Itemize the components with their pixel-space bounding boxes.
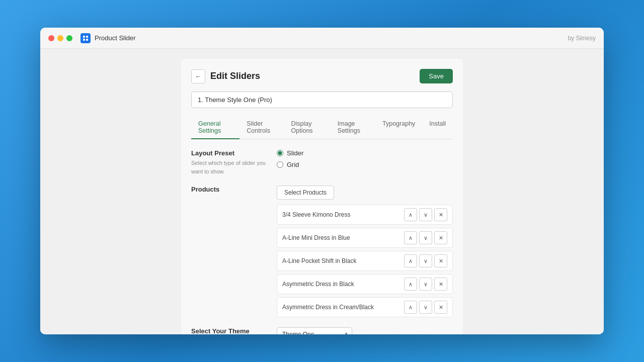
product-controls: ∧ ∨ ✕ bbox=[404, 208, 447, 221]
table-row: 3/4 Sleeve Kimono Dress ∧ ∨ ✕ bbox=[277, 205, 453, 225]
branding: by Simesy bbox=[568, 35, 596, 42]
product-controls: ∧ ∨ ✕ bbox=[404, 301, 447, 314]
remove-button[interactable]: ✕ bbox=[434, 254, 447, 267]
layout-preset-section: Layout Preset Select which type of slide… bbox=[191, 149, 453, 175]
radio-group: Slider Grid bbox=[277, 149, 453, 168]
save-button[interactable]: Save bbox=[420, 69, 453, 83]
move-up-button[interactable]: ∧ bbox=[404, 301, 417, 314]
theme-content: Theme One Theme Two Theme Three ⬍ bbox=[277, 327, 453, 334]
layout-preset-title: Layout Preset bbox=[191, 149, 267, 157]
close-button[interactable] bbox=[48, 35, 54, 41]
product-controls: ∧ ∨ ✕ bbox=[404, 231, 447, 244]
select-products-button[interactable]: Select Products bbox=[277, 186, 334, 200]
app-window: Product Slider by Simesy ← Edit Sliders … bbox=[40, 28, 604, 334]
editor-title: Edit Sliders bbox=[210, 71, 260, 81]
layout-preset-label: Layout Preset Select which type of slide… bbox=[191, 149, 267, 175]
product-name: A-Line Pocket Shift in Black bbox=[282, 257, 356, 264]
svg-rect-3 bbox=[86, 39, 88, 41]
move-down-button[interactable]: ∨ bbox=[419, 208, 432, 221]
remove-button[interactable]: ✕ bbox=[434, 231, 447, 244]
remove-button[interactable]: ✕ bbox=[434, 278, 447, 291]
tab-general-settings[interactable]: General Settings bbox=[191, 116, 239, 139]
title-bar: Product Slider by Simesy bbox=[40, 28, 604, 49]
theme-select[interactable]: Theme One Theme Two Theme Three bbox=[277, 327, 352, 334]
product-name: A-Line Mini Dress in Blue bbox=[282, 234, 350, 241]
theme-label: Select Your Theme Select which theme sty… bbox=[191, 327, 267, 334]
editor-header-left: ← Edit Sliders bbox=[191, 69, 260, 83]
move-down-button[interactable]: ∨ bbox=[419, 254, 432, 267]
theme-select-wrapper: Theme One Theme Two Theme Three ⬍ bbox=[277, 327, 352, 334]
tab-display-options[interactable]: Display Options bbox=[284, 116, 331, 139]
products-label: Products bbox=[191, 186, 267, 317]
content-area: ← Edit Sliders Save General Settings Sli… bbox=[40, 49, 604, 334]
product-list: 3/4 Sleeve Kimono Dress ∧ ∨ ✕ A-Line Min… bbox=[277, 205, 453, 317]
move-down-button[interactable]: ∨ bbox=[419, 301, 432, 314]
radio-grid-input[interactable] bbox=[277, 161, 283, 168]
tab-install[interactable]: Install bbox=[422, 116, 453, 139]
product-name: Asymmetric Dress in Cream/Black bbox=[282, 304, 374, 311]
tab-image-settings[interactable]: Image Settings bbox=[331, 116, 375, 139]
move-up-button[interactable]: ∧ bbox=[404, 254, 417, 267]
editor-panel: ← Edit Sliders Save General Settings Sli… bbox=[181, 59, 463, 334]
product-controls: ∧ ∨ ✕ bbox=[404, 278, 447, 291]
move-up-button[interactable]: ∧ bbox=[404, 231, 417, 244]
radio-slider-label: Slider bbox=[287, 149, 303, 157]
app-title: Product Slider bbox=[95, 34, 136, 42]
svg-rect-2 bbox=[83, 39, 85, 41]
tab-typography[interactable]: Typography bbox=[375, 116, 422, 139]
radio-grid-label: Grid bbox=[287, 161, 299, 168]
editor-header: ← Edit Sliders Save bbox=[191, 69, 453, 83]
product-name: 3/4 Sleeve Kimono Dress bbox=[282, 211, 350, 218]
app-icon bbox=[80, 33, 91, 43]
svg-rect-0 bbox=[83, 36, 85, 38]
back-button[interactable]: ← bbox=[191, 69, 205, 83]
move-down-button[interactable]: ∨ bbox=[419, 278, 432, 291]
move-up-button[interactable]: ∧ bbox=[404, 208, 417, 221]
maximize-button[interactable] bbox=[66, 35, 72, 41]
table-row: A-Line Mini Dress in Blue ∧ ∨ ✕ bbox=[277, 228, 453, 248]
products-content: Select Products 3/4 Sleeve Kimono Dress … bbox=[277, 186, 453, 317]
svg-rect-1 bbox=[86, 36, 88, 38]
layout-preset-desc: Select which type of slider you want to … bbox=[191, 159, 267, 175]
radio-slider-input[interactable] bbox=[277, 150, 283, 156]
radio-slider[interactable]: Slider bbox=[277, 149, 453, 157]
remove-button[interactable]: ✕ bbox=[434, 301, 447, 314]
tab-slider-controls[interactable]: Slider Controls bbox=[239, 116, 284, 139]
slider-name-input[interactable] bbox=[191, 92, 453, 108]
traffic-lights bbox=[48, 35, 72, 41]
theme-section: Select Your Theme Select which theme sty… bbox=[191, 327, 453, 334]
radio-grid[interactable]: Grid bbox=[277, 161, 453, 168]
products-section: Products Select Products 3/4 Sleeve Kimo… bbox=[191, 186, 453, 317]
layout-preset-content: Slider Grid bbox=[277, 149, 453, 175]
products-title: Products bbox=[191, 186, 267, 193]
tabs: General Settings Slider Controls Display… bbox=[191, 116, 453, 139]
minimize-button[interactable] bbox=[57, 35, 63, 41]
title-bar-left: Product Slider bbox=[48, 33, 136, 43]
table-row: A-Line Pocket Shift in Black ∧ ∨ ✕ bbox=[277, 251, 453, 271]
table-row: Asymmetric Dress in Cream/Black ∧ ∨ ✕ bbox=[277, 297, 453, 317]
move-up-button[interactable]: ∧ bbox=[404, 278, 417, 291]
table-row: Asymmetric Dress in Black ∧ ∨ ✕ bbox=[277, 274, 453, 294]
move-down-button[interactable]: ∨ bbox=[419, 231, 432, 244]
product-name: Asymmetric Dress in Black bbox=[282, 281, 354, 288]
product-controls: ∧ ∨ ✕ bbox=[404, 254, 447, 267]
remove-button[interactable]: ✕ bbox=[434, 208, 447, 221]
theme-title: Select Your Theme bbox=[191, 327, 267, 334]
